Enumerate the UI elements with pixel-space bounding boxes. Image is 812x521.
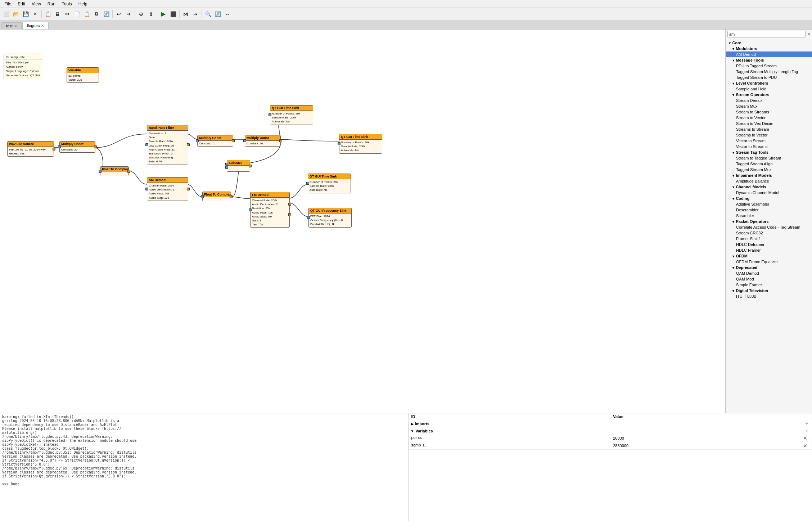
menu-help[interactable]: Help xyxy=(76,1,90,7)
stop-button[interactable]: ⬛ xyxy=(168,9,178,19)
redo-button[interactable]: ↪ xyxy=(124,9,133,19)
var-variables-section[interactable]: ▼ Variables + xyxy=(409,427,812,435)
tree-level-controllers[interactable]: Level Controllers xyxy=(726,80,812,86)
tree-item-ofdm-equalizer[interactable]: OFDM Frame Equalizer xyxy=(726,259,812,265)
var-row-points[interactable]: points 20000 ✕ xyxy=(409,435,812,442)
tree-ofdm[interactable]: OFDM xyxy=(726,253,812,259)
var-points-delete-button[interactable]: ✕ xyxy=(802,435,809,441)
tree-item-amplitude-balance[interactable]: Amplitude Balance xyxy=(726,178,812,184)
tree-item-qam-mod[interactable]: QAM Mod xyxy=(726,276,812,282)
tree-item-stream-crc32[interactable]: Stream CRC32 xyxy=(726,230,812,236)
flip-button[interactable]: ↔ xyxy=(223,9,232,19)
tree-item-correlate-access[interactable]: Correlate Access Code - Tag Stream xyxy=(726,224,812,230)
tab-flugdec[interactable]: flugdec ✕ xyxy=(22,22,49,29)
tree-item-stream-to-streams[interactable]: Stream to Streams xyxy=(726,109,812,115)
log-panel[interactable]: Warning: failed to XInitThreads() gr::lo… xyxy=(0,413,409,521)
close-button[interactable]: ✕ xyxy=(31,9,40,19)
tree-item-scrambler[interactable]: Scrambler xyxy=(726,213,812,219)
qt-time-sink3-block[interactable]: QT GUI Time Sink Number of Points: 20k S… xyxy=(308,174,351,193)
paste-button[interactable]: 📋 xyxy=(82,9,91,19)
var-table[interactable]: ▶ Imports + ▼ Variables + points 20000 ✕ xyxy=(409,420,812,521)
tree-modulators[interactable]: Modulators xyxy=(726,46,812,51)
multiply-const3-block[interactable]: Multiply Const Constant: 20 xyxy=(245,135,281,147)
var-samprate-delete-button[interactable]: ✕ xyxy=(802,443,809,449)
save-button[interactable]: 💾 xyxy=(21,9,30,19)
tree-item-streams-to-vector[interactable]: Streams to Vector xyxy=(726,132,812,138)
tree-item-stream-vec-decim[interactable]: Stream to Vec Decim xyxy=(726,121,812,126)
open-button[interactable]: 📂 xyxy=(11,9,21,19)
tree-item-sample-hold[interactable]: Sample and Hold xyxy=(726,86,812,92)
am-demod-block[interactable]: AM Demod Channel Rate: 200k Audio Decima… xyxy=(147,177,188,201)
canvas-area[interactable]: ID: samp_rate Value: 2.88M Title: Not ti… xyxy=(0,30,726,413)
wav-source-block[interactable]: Wav File Source File: .03-07_10-03-2024.… xyxy=(7,141,54,157)
band-pass-block[interactable]: Band Pass Filter Decimation: 1 Gain: 1 S… xyxy=(147,125,188,165)
tree-item-vector-to-stream[interactable]: Vector to Stream xyxy=(726,138,812,144)
fm-demod-block[interactable]: FM Demod Channel Rate: 200k Audio Decima… xyxy=(250,192,290,228)
tree-stream-tag-tools[interactable]: Stream Tag Tools xyxy=(726,149,812,155)
qt-freq-sink-block[interactable]: QT GUI Frequency Sink FFT Size: 1024 Cen… xyxy=(308,208,352,228)
qt-time-sink2-block[interactable]: QT GUI Time Sink Number of Points: 20k S… xyxy=(339,134,382,154)
variable-block[interactable]: Variable ID: points Value: 20k xyxy=(67,67,99,83)
multiply-const1-block[interactable]: Multiply Const Constant: 20 xyxy=(59,141,95,153)
tree-core[interactable]: Core xyxy=(726,40,812,46)
tree-channel-models[interactable]: Channel Models xyxy=(726,184,812,190)
tree-item-descrambler[interactable]: Descrambler xyxy=(726,207,812,213)
flow-canvas[interactable]: ID: samp_rate Value: 2.88M Title: Not ti… xyxy=(0,30,725,413)
tree-item-stream-mux[interactable]: Stream Mux xyxy=(726,103,812,109)
netlist-button[interactable]: ⋈ xyxy=(181,9,190,19)
cut-button[interactable]: ✂ xyxy=(63,9,72,19)
tab-test-close[interactable]: ✕ xyxy=(14,24,17,28)
tree-item-tagged-stream-align[interactable]: Tagged Stream Align xyxy=(726,161,812,167)
minus-button[interactable]: ⊖ xyxy=(136,9,146,19)
var-imports-section[interactable]: ▶ Imports + xyxy=(409,420,812,427)
tree-item-tagged-multiply[interactable]: Tagged Stream Multiply Length Tag xyxy=(726,69,812,75)
new-button[interactable]: ⬜ xyxy=(1,9,11,19)
tree-item-stream-to-vector[interactable]: Stream to Vector xyxy=(726,115,812,121)
rotate-button[interactable]: 🔄 xyxy=(102,9,111,19)
tree-packet-operators[interactable]: Packet Operators xyxy=(726,219,812,224)
tree-item-qam-demod[interactable]: QAM Demod xyxy=(726,270,812,276)
variables-add-button[interactable]: + xyxy=(804,428,810,434)
tree-item-simple-framer[interactable]: Simple Framer xyxy=(726,282,812,288)
refresh-button[interactable]: 🔄 xyxy=(213,9,222,19)
menu-file[interactable]: File xyxy=(1,1,14,7)
tree-item-pdu-tagged[interactable]: PDU to Tagged Stream xyxy=(726,63,812,69)
variables-toggle[interactable]: ▼ xyxy=(411,429,414,433)
search-clear-button[interactable]: ✕ xyxy=(807,32,811,37)
tree-item-framer-sink[interactable]: Framer Sink 1 xyxy=(726,236,812,242)
tree-item-stream-demux[interactable]: Stream Demux xyxy=(726,98,812,103)
float-complex1-block[interactable]: Float To Complex xyxy=(100,166,129,176)
properties-button[interactable]: 📋 xyxy=(43,9,53,19)
menu-run[interactable]: Run xyxy=(45,1,58,7)
undo-button[interactable]: ↩ xyxy=(114,9,123,19)
tree-item-hdlc-deframer[interactable]: HDLC Deframer xyxy=(726,242,812,247)
tree-stream-operators[interactable]: Stream Operators xyxy=(726,92,812,98)
search-button[interactable]: 🔍 xyxy=(203,9,213,19)
info-button[interactable]: ℹ xyxy=(146,9,155,19)
tree-deprecated[interactable]: Deprecated xyxy=(726,265,812,270)
run-button[interactable]: ▶ xyxy=(159,9,168,19)
tab-test[interactable]: test ✕ xyxy=(1,22,22,29)
tree-item-dynamic-channel[interactable]: Dynamic Channel Model xyxy=(726,190,812,196)
screen-button[interactable]: 🖥 xyxy=(53,9,62,19)
tree-digital-tv[interactable]: Digital Television xyxy=(726,288,812,293)
options-block2[interactable]: Title: Not titled yet Author: blinry Out… xyxy=(4,59,43,79)
tree-item-hdlc-framer[interactable]: HDLC Framer xyxy=(726,247,812,253)
tree-item-vector-to-streams[interactable]: Vector to Streams xyxy=(726,144,812,149)
tree-impairment-models[interactable]: Impairment Models xyxy=(726,172,812,178)
qt-time-sink1-block[interactable]: QT GUI Time Sink Number of Points: 20k S… xyxy=(270,105,313,125)
step-button[interactable]: ⇥ xyxy=(191,9,200,19)
tree-item-tagged-to-pdu[interactable]: Tagged Stream to PDU xyxy=(726,75,812,80)
search-input[interactable] xyxy=(727,31,806,37)
subtract-block[interactable]: Subtract xyxy=(227,160,250,172)
copy-button[interactable]: 📄 xyxy=(72,9,82,19)
tree-item-additive-scrambler[interactable]: Additive Scrambler xyxy=(726,201,812,207)
menu-tools[interactable]: Tools xyxy=(59,1,75,7)
tree-item-am-demod[interactable]: AM Demod xyxy=(726,51,812,57)
imports-add-button[interactable]: + xyxy=(804,421,810,427)
tree-coding[interactable]: Coding xyxy=(726,196,812,201)
tree-item-streams-to-stream[interactable]: Streams to Stream xyxy=(726,126,812,132)
tab-flugdec-close[interactable]: ✕ xyxy=(41,24,44,28)
tree-item-stream-tagged[interactable]: Stream to Tagged Stream xyxy=(726,155,812,161)
float-complex2-block[interactable]: Float To Complex xyxy=(202,192,231,201)
